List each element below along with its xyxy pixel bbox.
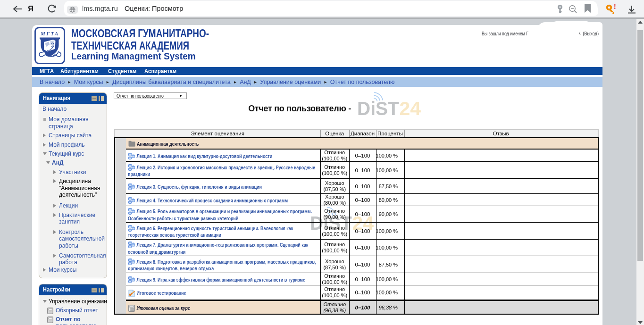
- svg-text:МГТА: МГТА: [40, 31, 59, 36]
- svg-text:!: !: [614, 4, 616, 10]
